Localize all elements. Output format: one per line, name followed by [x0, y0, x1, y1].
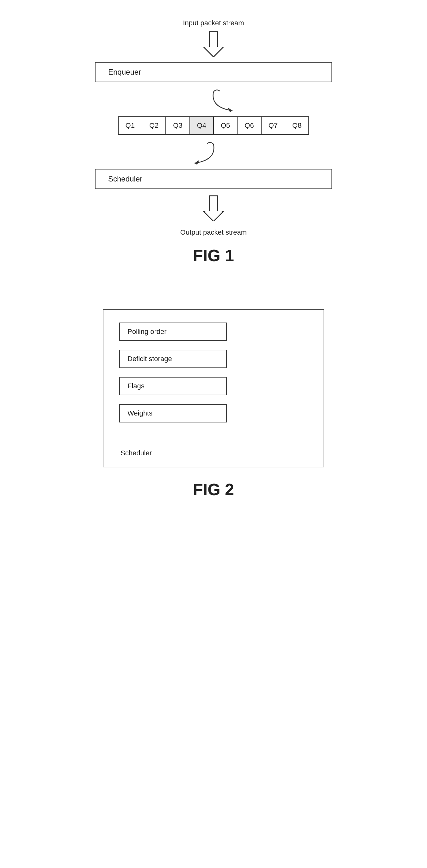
queue-row: Q1 Q2 Q3 Q4 Q5 Q6 Q7 Q8 [118, 116, 309, 135]
output-arrow-head-wrapper [203, 211, 224, 221]
enqueuer-to-queue-arrow [207, 89, 245, 114]
arrow-head-wrapper [203, 47, 224, 57]
scheduler-outer-label: Scheduler [119, 449, 308, 457]
deficit-storage-box: Deficit storage [119, 350, 227, 368]
queue-cell-q7: Q7 [262, 117, 285, 134]
enqueuer-box: Enqueuer [95, 62, 332, 82]
arrow-head-svg [203, 47, 224, 57]
weights-label: Weights [127, 409, 152, 417]
input-arrow [203, 31, 224, 57]
page-container: Input packet stream Enqueuer [0, 0, 427, 868]
fig1-section: Input packet stream Enqueuer [71, 19, 356, 265]
queue-cell-q6: Q6 [238, 117, 261, 134]
output-arrow-head-svg [203, 211, 224, 221]
queue-cell-q5: Q5 [214, 117, 238, 134]
queue-cell-q8: Q8 [285, 117, 308, 134]
weights-box: Weights [119, 404, 227, 423]
queue-cell-q1: Q1 [119, 117, 142, 134]
output-packet-stream-label: Output packet stream [180, 228, 247, 237]
queue-cell-q2: Q2 [142, 117, 166, 134]
scheduler-label: Scheduler [108, 175, 142, 183]
flags-box: Flags [119, 377, 227, 395]
arrow-shaft [209, 31, 218, 47]
enqueuer-label: Enqueuer [108, 68, 141, 76]
scheduler-outer-box: Polling order Deficit storage Flags Weig… [103, 309, 324, 467]
fig2-label: FIG 2 [193, 480, 234, 499]
scheduler-box: Scheduler [95, 169, 332, 189]
curved-arrow-1-svg [207, 89, 245, 114]
curved-arrow-2-svg [182, 141, 220, 166]
input-packet-stream-label: Input packet stream [183, 19, 244, 27]
polling-order-box: Polling order [119, 322, 227, 341]
output-arrow [203, 195, 224, 221]
spacer [119, 431, 308, 444]
fig2-section: Polling order Deficit storage Flags Weig… [71, 309, 356, 499]
output-arrow-shaft [209, 195, 218, 211]
queue-cell-q3: Q3 [166, 117, 190, 134]
deficit-storage-label: Deficit storage [127, 355, 172, 363]
flags-label: Flags [127, 382, 145, 390]
polling-order-label: Polling order [127, 328, 167, 336]
queue-to-scheduler-arrow [182, 141, 220, 166]
fig1-label: FIG 1 [193, 246, 234, 265]
queue-cell-q4: Q4 [190, 117, 214, 134]
